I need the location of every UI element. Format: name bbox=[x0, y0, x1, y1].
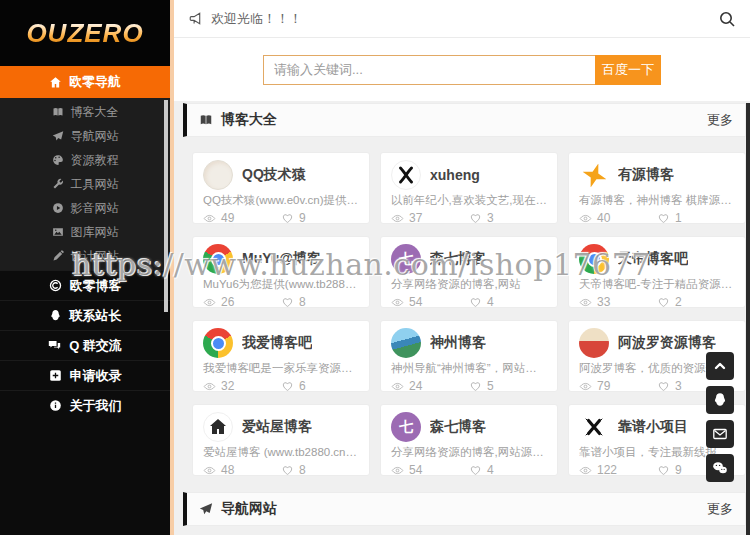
blog-logo bbox=[579, 160, 609, 190]
blog-title: 爱站屋博客 bbox=[242, 418, 312, 436]
seal-x-icon bbox=[584, 417, 604, 437]
blog-desc: 我爱博客吧是一家乐享资源网站,主... bbox=[203, 361, 359, 376]
sidebar-item-about[interactable]: 关于我们 bbox=[0, 390, 170, 420]
likes-count: 9 bbox=[299, 211, 306, 225]
likes-count: 8 bbox=[299, 295, 306, 309]
likes-icon bbox=[469, 212, 482, 225]
comment-icon bbox=[49, 279, 62, 292]
blog-desc: 神州导航“神州博客”，网站源码,... bbox=[391, 361, 547, 376]
views-count: 122 bbox=[597, 463, 617, 477]
blog-title: 靠谱小项目 bbox=[618, 418, 688, 436]
sidebar-item-label: 影音网站 bbox=[71, 200, 119, 217]
sidebar-scrollbar[interactable] bbox=[164, 100, 168, 312]
likes-count: 6 bbox=[299, 379, 306, 393]
back-to-top-button[interactable] bbox=[706, 352, 734, 380]
sidebar-item-label: 欧零博客 bbox=[70, 277, 122, 295]
blog-logo: 七 bbox=[391, 412, 421, 442]
x-logo-icon bbox=[396, 165, 416, 185]
blog-desc: 爱站屋博客 (www.tb2880.cn)_一... bbox=[203, 445, 359, 460]
blog-card[interactable]: 天帝博客吧 天帝博客吧-专注于精品资源分享的... 33 2 bbox=[568, 236, 746, 308]
wechat-button[interactable] bbox=[706, 454, 734, 482]
mail-button[interactable] bbox=[706, 420, 734, 448]
paper-plane-icon bbox=[52, 130, 64, 142]
logo-char: 七 bbox=[399, 418, 413, 436]
likes-count: 2 bbox=[675, 295, 682, 309]
blog-card[interactable]: 有源博客 有源博客，神州博客 棋牌源码 网站... 40 1 bbox=[568, 152, 746, 224]
book-icon bbox=[52, 106, 64, 118]
sidebar-item-label: 博客大全 bbox=[71, 104, 119, 121]
views-icon bbox=[391, 464, 404, 477]
search-icon[interactable] bbox=[718, 10, 736, 28]
views-icon bbox=[579, 464, 592, 477]
views-count: 49 bbox=[221, 211, 234, 225]
more-link[interactable]: 更多 bbox=[707, 111, 733, 129]
views-icon bbox=[391, 212, 404, 225]
page-scrollbar[interactable] bbox=[746, 103, 750, 535]
sidebar-item-label: 关于我们 bbox=[70, 397, 122, 415]
blog-desc: 有源博客，神州博客 棋牌源码 网站... bbox=[579, 193, 735, 208]
blog-card[interactable]: 我爱博客吧 我爱博客吧是一家乐享资源网站,主... 32 6 bbox=[192, 320, 370, 392]
blog-title: 有源博客 bbox=[618, 166, 674, 184]
sidebar-mainnav: 欧零博客 联系站长 Q 群交流 申请收录 关于我们 bbox=[0, 270, 170, 420]
blog-logo bbox=[203, 412, 233, 442]
views-count: 37 bbox=[409, 211, 422, 225]
blog-title: MuYu@博客 bbox=[242, 250, 321, 268]
views-icon bbox=[391, 380, 404, 393]
blog-desc: 分享网络资源的博客,网站源码模板... bbox=[391, 445, 547, 460]
blog-card[interactable]: QQ技术猿 QQ技术猿(www.e0v.cn)提供免费资... 49 9 bbox=[192, 152, 370, 224]
sidebar-item-apply[interactable]: 申请收录 bbox=[0, 360, 170, 390]
likes-count: 3 bbox=[487, 211, 494, 225]
wechat-icon bbox=[712, 460, 728, 476]
image-icon bbox=[52, 226, 64, 238]
page: OUZERO 欧零导航 博客大全 导航网站 资源教程 工具网站 bbox=[0, 0, 750, 535]
views-icon bbox=[203, 464, 216, 477]
views-count: 32 bbox=[221, 379, 234, 393]
blog-card[interactable]: 七 森七博客 分享网络资源的博客,网站 54 4 bbox=[380, 236, 558, 308]
sidebar-item-ouzero-nav[interactable]: 欧零导航 bbox=[0, 66, 170, 98]
qq-contact-button[interactable] bbox=[706, 386, 734, 414]
sidebar-item-resources[interactable]: 资源教程 bbox=[0, 148, 170, 172]
site-logo-text: OUZERO bbox=[26, 18, 143, 49]
more-link[interactable]: 更多 bbox=[707, 500, 733, 518]
views-count: 40 bbox=[597, 211, 610, 225]
palette-icon bbox=[52, 154, 64, 166]
likes-count: 8 bbox=[299, 463, 306, 477]
sidebar-item-qq-group[interactable]: Q 群交流 bbox=[0, 330, 170, 360]
site-logo[interactable]: OUZERO bbox=[0, 0, 170, 66]
blog-logo-chrome bbox=[579, 244, 609, 274]
sidebar-item-media[interactable]: 影音网站 bbox=[0, 196, 170, 220]
blog-logo bbox=[391, 160, 421, 190]
likes-icon bbox=[657, 296, 670, 309]
sidebar-item-design[interactable]: 设计网站 bbox=[0, 244, 170, 268]
search-area: 百度一下 bbox=[174, 38, 750, 101]
likes-icon bbox=[281, 380, 294, 393]
megaphone-icon bbox=[188, 11, 203, 26]
blog-logo bbox=[579, 412, 609, 442]
blog-card[interactable]: 七 森七博客 分享网络资源的博客,网站源码模板... 54 4 bbox=[380, 404, 558, 476]
sidebar-item-ouzero-blog[interactable]: 欧零博客 bbox=[0, 270, 170, 300]
sidebar-item-nav-sites[interactable]: 导航网站 bbox=[0, 124, 170, 148]
blog-card[interactable]: 神州博客 神州导航“神州博客”，网站源码,... 24 5 bbox=[380, 320, 558, 392]
blog-card[interactable]: MuYu@博客 MuYu6为您提供(www.tb2880.cn)_一... 26… bbox=[192, 236, 370, 308]
blog-title: 我爱博客吧 bbox=[242, 334, 312, 352]
views-icon bbox=[203, 380, 216, 393]
info-icon bbox=[49, 399, 62, 412]
search-input[interactable] bbox=[263, 55, 595, 85]
blog-title: 阿波罗资源博客 bbox=[618, 334, 716, 352]
blog-card-grid: QQ技术猿 QQ技术猿(www.e0v.cn)提供免费资... 49 9 xuh… bbox=[192, 152, 746, 476]
sidebar-item-contact[interactable]: 联系站长 bbox=[0, 300, 170, 330]
blog-card[interactable]: xuheng 以前年纪小,喜欢装文艺,现在病好了,... 37 3 bbox=[380, 152, 558, 224]
blog-title: 森七博客 bbox=[430, 418, 486, 436]
plus-square-icon bbox=[49, 369, 62, 382]
likes-icon bbox=[657, 212, 670, 225]
mail-icon bbox=[712, 426, 728, 442]
sidebar-item-tools[interactable]: 工具网站 bbox=[0, 172, 170, 196]
sidebar-item-blogs[interactable]: 博客大全 bbox=[0, 100, 170, 124]
blog-card[interactable]: 爱站屋博客 爱站屋博客 (www.tb2880.cn)_一... 48 8 bbox=[192, 404, 370, 476]
sidebar-item-gallery[interactable]: 图库网站 bbox=[0, 220, 170, 244]
blog-title: 森七博客 bbox=[430, 250, 486, 268]
topbar: 欢迎光临！！！ bbox=[174, 0, 750, 38]
likes-icon bbox=[469, 296, 482, 309]
baidu-search-button[interactable]: 百度一下 bbox=[595, 55, 661, 85]
views-count: 33 bbox=[597, 295, 610, 309]
